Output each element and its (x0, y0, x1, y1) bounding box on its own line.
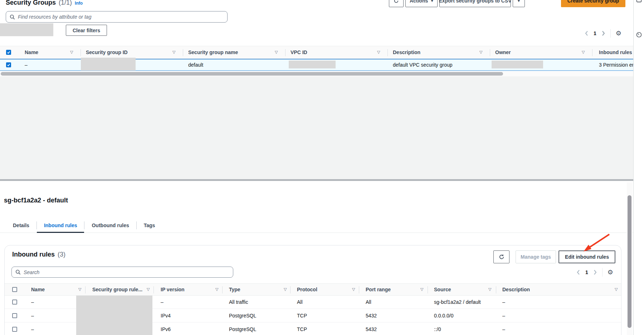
filter-funnel-icon[interactable]: ▽ (479, 50, 482, 54)
filter-funnel-icon[interactable]: ▽ (172, 50, 175, 54)
filter-funnel-icon[interactable]: ▽ (284, 287, 287, 291)
redacted-sg-id (81, 58, 136, 71)
resource-search-input[interactable] (18, 14, 224, 20)
info-link[interactable]: Info (75, 1, 83, 6)
cell-description: – (502, 299, 505, 305)
annotation-arrow (579, 232, 613, 254)
col-header-name[interactable]: Name (25, 49, 38, 55)
col-header-name[interactable]: Name (31, 287, 45, 292)
row-checkbox[interactable] (12, 300, 17, 305)
caret-down-icon: ▼ (518, 0, 520, 3)
row-checkbox[interactable] (12, 313, 17, 318)
inbound-rules-card: Inbound rules (3) Manage tags Edit inbou… (4, 245, 621, 335)
refresh-icon (394, 0, 399, 4)
export-dropdown-button[interactable]: ▼ (513, 0, 525, 7)
vertical-scrollbar-track[interactable] (627, 182, 633, 335)
tab-details[interactable]: Details (6, 218, 36, 233)
tab-outbound-rules[interactable]: Outbound rules (84, 218, 136, 233)
filter-funnel-icon[interactable]: ▽ (582, 50, 585, 54)
filter-funnel-icon[interactable]: ▽ (377, 50, 380, 54)
inbound-search (11, 267, 233, 278)
filter-funnel-icon[interactable]: ▽ (215, 287, 218, 291)
security-groups-pane: Security Groups (1/1) Info Actions ▼ Exp… (0, 0, 633, 179)
cell-port-range: All (366, 299, 371, 305)
cell-description: – (502, 326, 505, 332)
col-header-description[interactable]: Description (502, 287, 530, 292)
inbound-refresh-button[interactable] (493, 250, 509, 263)
refresh-button[interactable] (389, 0, 404, 7)
cell-port-range: 5432 (366, 313, 377, 319)
filter-funnel-icon[interactable]: ▽ (615, 287, 618, 291)
row-checkbox[interactable] (6, 62, 11, 67)
detail-panel: sg-bcf1a2a2 - default Details Inbound ru… (0, 181, 633, 335)
col-header-type[interactable]: Type (229, 287, 240, 292)
search-icon (10, 14, 15, 20)
inbound-pagination: 1 ⚙ (576, 267, 613, 278)
col-header-vpc-id[interactable]: VPC ID (291, 49, 307, 55)
tab-tags[interactable]: Tags (137, 218, 162, 233)
col-header-sg-name[interactable]: Security group name (188, 49, 238, 55)
previous-page-icon[interactable] (576, 269, 580, 275)
horizontal-scrollbar-thumb[interactable] (1, 72, 503, 76)
manage-tags-button[interactable]: Manage tags (516, 250, 556, 263)
row-checkbox[interactable] (12, 327, 17, 332)
cell-source: sg-bcf1a2a2 / default (434, 299, 481, 305)
status-clock-icon[interactable] (636, 32, 642, 38)
export-csv-button[interactable]: Export security groups to CSV (439, 0, 511, 7)
cell-ip-version: – (161, 299, 164, 305)
filter-funnel-icon[interactable]: ▽ (78, 287, 81, 291)
col-header-protocol[interactable]: Protocol (297, 287, 317, 292)
page-number[interactable]: 1 (594, 30, 596, 36)
filter-funnel-icon[interactable]: ▽ (275, 50, 278, 54)
table-settings-gear-icon[interactable]: ⚙ (616, 30, 621, 37)
cell-source: ::/0 (434, 326, 441, 332)
filter-funnel-icon[interactable]: ▽ (420, 287, 423, 291)
search-icon (15, 269, 21, 275)
cell-name: – (31, 299, 34, 305)
cell-ip-version: IPv4 (161, 313, 171, 319)
col-header-ip-version[interactable]: IP version (161, 287, 185, 292)
next-page-icon[interactable] (593, 269, 597, 275)
select-all-checkbox[interactable] (12, 287, 17, 292)
filter-funnel-icon[interactable]: ▽ (488, 287, 491, 291)
inbound-search-input[interactable] (24, 269, 229, 275)
cell-type: All traffic (229, 299, 248, 305)
cell-description: default VPC security group (393, 62, 453, 68)
vertical-scrollbar-thumb[interactable] (628, 195, 631, 328)
page-number[interactable]: 1 (585, 269, 588, 275)
cell-source: 0.0.0.0/0 (434, 313, 454, 319)
col-header-description[interactable]: Description (393, 49, 420, 55)
sg-table-pagination: 1 ⚙ (585, 28, 621, 39)
col-header-source[interactable]: Source (434, 287, 451, 292)
cell-name: – (31, 326, 34, 332)
cell-protocol: All (297, 299, 303, 305)
cell-port-range: 5432 (366, 326, 377, 332)
col-header-sg-id[interactable]: Security group ID (86, 49, 128, 55)
col-header-owner[interactable]: Owner (495, 49, 511, 55)
col-header-port-range[interactable]: Port range (366, 287, 391, 292)
clear-filters-button[interactable]: Clear filters (66, 25, 107, 36)
tab-inbound-rules[interactable]: Inbound rules (37, 218, 84, 233)
actions-button[interactable]: Actions ▼ (405, 0, 438, 7)
inbound-table-header: Name ▽ Security group rule... ▽ IP versi… (5, 283, 621, 296)
col-header-sg-rule-id[interactable]: Security group rule... (92, 287, 142, 292)
previous-page-icon[interactable] (585, 30, 589, 36)
redacted-sg-rule-ids (76, 296, 152, 335)
filter-funnel-icon[interactable]: ▽ (70, 50, 73, 54)
page-title: Security Groups (6, 0, 56, 6)
filter-funnel-icon[interactable]: ▽ (352, 287, 355, 291)
horizontal-scrollbar-track[interactable] (0, 71, 633, 76)
inbound-rules-title: Inbound rules (12, 251, 55, 258)
filter-funnel-icon[interactable]: ▽ (147, 287, 150, 291)
select-all-checkbox[interactable] (6, 50, 11, 55)
resource-search (6, 11, 228, 23)
pager-divider (602, 268, 602, 277)
create-security-group-button[interactable]: Create security group (561, 0, 625, 7)
refresh-icon (499, 254, 504, 260)
cell-inbound-rules: 3 Permission en (599, 62, 633, 68)
col-header-inbound-rules[interactable]: Inbound rules c (599, 49, 633, 55)
next-page-icon[interactable] (601, 30, 605, 36)
notifications-icon[interactable] (636, 0, 642, 3)
table-settings-gear-icon[interactable]: ⚙ (608, 269, 613, 276)
redacted-filter-chip (0, 23, 53, 36)
